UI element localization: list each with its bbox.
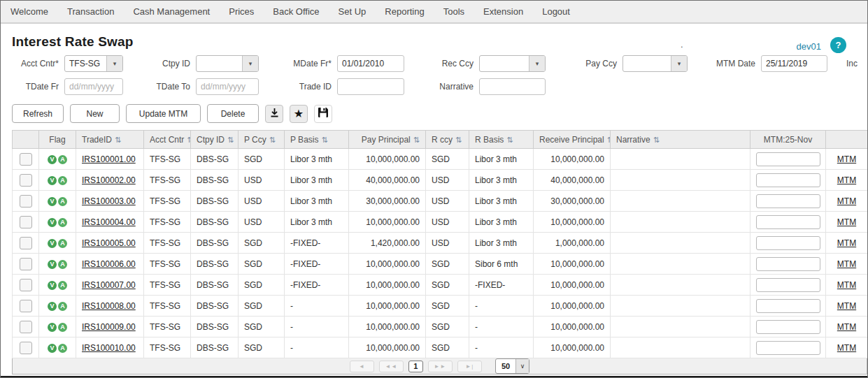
new-button[interactable]: New	[70, 104, 120, 123]
save-icon	[317, 106, 329, 121]
nav-item-set-up[interactable]: Set Up	[339, 6, 367, 17]
trade-id-link[interactable]: IRS100010.00	[82, 343, 136, 353]
col-header-r-ccy[interactable]: R ccy⇅	[426, 131, 469, 149]
mdate-fr-input[interactable]	[337, 55, 404, 72]
mtm-link[interactable]: MTM	[837, 301, 856, 311]
mtm-value-input[interactable]	[756, 173, 820, 187]
rec-ccy-select[interactable]: ▾	[479, 55, 546, 72]
col-header-pay-principal[interactable]: Pay Principal⇅	[349, 131, 426, 149]
trade-id-link[interactable]: IRS100004.00	[82, 217, 136, 227]
update-mtm-button[interactable]: Update MTM	[126, 104, 201, 123]
acct-cntr-select[interactable]: TFS-SG▾	[64, 55, 123, 72]
mtm-link[interactable]: MTM	[837, 154, 856, 164]
delete-button[interactable]: Delete	[207, 104, 259, 123]
trade-id-link[interactable]: IRS100009.00	[82, 322, 136, 332]
col-header-p-basis[interactable]: P Basis⇅	[285, 131, 349, 149]
row-select-cell	[13, 317, 39, 337]
col-header-ctpy-id[interactable]: Ctpy ID⇅	[191, 131, 239, 149]
col-header-label: Receive Principal	[539, 135, 604, 145]
chevron-down-icon: ▾	[671, 56, 687, 71]
trade-id-link[interactable]: IRS100008.00	[82, 301, 136, 311]
r-basis-cell: Libor 3 mth	[469, 191, 534, 212]
mtm-value-input[interactable]	[756, 299, 820, 313]
refresh-button[interactable]: Refresh	[12, 104, 64, 123]
page-size-select[interactable]: 50∨	[495, 358, 529, 374]
narrative-input[interactable]	[479, 78, 546, 95]
col-header-narrative[interactable]: Narrative⇅	[611, 131, 750, 149]
trade-id-link[interactable]: IRS100005.00	[82, 238, 136, 248]
download-button[interactable]	[265, 105, 283, 123]
mtm-value-input[interactable]	[756, 194, 820, 208]
tdate-to-input[interactable]	[196, 78, 259, 95]
row-checkbox[interactable]	[20, 216, 32, 228]
r-ccy-cell: SGD	[426, 296, 469, 317]
nav-item-extension[interactable]: Extension	[483, 6, 523, 17]
mtm-link[interactable]: MTM	[837, 175, 856, 185]
filter-field-tdate-to: TDate To	[123, 78, 259, 95]
prev-page-button[interactable]: ◄◄	[379, 361, 404, 372]
trade-id-link[interactable]: IRS100006.00	[82, 259, 136, 269]
trade-id-link[interactable]: IRS100002.00	[82, 175, 136, 185]
row-checkbox[interactable]	[20, 300, 32, 312]
mtm-link[interactable]: MTM	[837, 343, 856, 353]
filter-field-mtm-date: MTM Date	[688, 55, 827, 72]
mtm-value-input[interactable]	[756, 320, 820, 334]
col-header-r-basis[interactable]: R Basis⇅	[469, 131, 534, 149]
col-header-p-ccy[interactable]: P Ccy⇅	[239, 131, 285, 149]
mtm-value-input[interactable]	[756, 215, 820, 229]
flag-cell: VA	[39, 275, 76, 296]
sort-icon: ⇅	[413, 136, 420, 144]
trade-id-link[interactable]: IRS100007.00	[82, 280, 136, 290]
nav-item-reporting[interactable]: Reporting	[385, 6, 424, 17]
last-page-button[interactable]: ►|	[457, 361, 482, 372]
mtm-date-input[interactable]	[761, 55, 827, 72]
mtm-value-input[interactable]	[756, 341, 820, 355]
row-checkbox[interactable]	[20, 321, 32, 333]
ctpy-id-select[interactable]: ▾	[196, 55, 259, 72]
row-checkbox[interactable]	[20, 195, 32, 208]
acct-cntr-cell: TFS-SG	[144, 317, 191, 337]
mtm-link[interactable]: MTM	[837, 280, 856, 290]
receive-principal-cell: 10,000,000.00	[534, 212, 611, 233]
mtm-value-input[interactable]	[756, 257, 820, 271]
mtm-value-input[interactable]	[756, 152, 820, 166]
mtm-link[interactable]: MTM	[837, 196, 856, 206]
next-page-button[interactable]: ►►	[428, 361, 453, 372]
mtm-link[interactable]: MTM	[837, 238, 856, 248]
flag-a-icon: A	[58, 218, 67, 227]
mtm-value-input[interactable]	[756, 236, 820, 250]
nav-item-tools[interactable]: Tools	[443, 6, 464, 17]
star-button[interactable]: ★	[290, 105, 308, 123]
trade-id-link[interactable]: IRS100001.00	[82, 154, 136, 164]
col-header-tradeid[interactable]: TradeID⇅	[76, 131, 144, 149]
nav-item-prices[interactable]: Prices	[229, 6, 254, 17]
trade-id-input[interactable]	[337, 78, 404, 95]
row-checkbox[interactable]	[20, 258, 32, 270]
mtm-link[interactable]: MTM	[837, 217, 856, 227]
mtm-value-input[interactable]	[756, 278, 820, 292]
current-page-button[interactable]: 1	[408, 361, 423, 372]
row-checkbox[interactable]	[20, 279, 32, 291]
pagination-bar: ◄◄◄1►►►|50∨	[12, 358, 867, 375]
row-checkbox[interactable]	[20, 153, 32, 166]
nav-item-logout[interactable]: Logout	[542, 6, 570, 17]
mtm-link[interactable]: MTM	[837, 259, 856, 269]
nav-item-cash-management[interactable]: Cash Management	[133, 6, 210, 17]
trade-id-link[interactable]: IRS100003.00	[82, 196, 136, 206]
tdate-fr-label: TDate Fr	[1, 82, 64, 92]
pay-ccy-select[interactable]: ▾	[622, 55, 688, 72]
row-checkbox[interactable]	[20, 174, 32, 187]
mtm-link[interactable]: MTM	[837, 322, 856, 332]
row-checkbox[interactable]	[20, 342, 32, 354]
row-checkbox[interactable]	[20, 237, 32, 249]
mtm-link-cell: MTM	[826, 170, 868, 191]
nav-item-welcome[interactable]: Welcome	[10, 6, 48, 17]
nav-item-back-office[interactable]: Back Office	[273, 6, 319, 17]
nav-item-transaction[interactable]: Transaction	[67, 6, 114, 17]
col-header-receive-principal[interactable]: Receive Principal⇅	[534, 131, 611, 149]
col-header-acct-cntr[interactable]: Acct Cntr⇅	[144, 131, 191, 149]
tdate-fr-input[interactable]	[64, 78, 123, 95]
save-button[interactable]	[314, 105, 332, 123]
help-icon[interactable]: ?	[830, 37, 846, 53]
first-page-button[interactable]: ◄	[350, 361, 374, 372]
